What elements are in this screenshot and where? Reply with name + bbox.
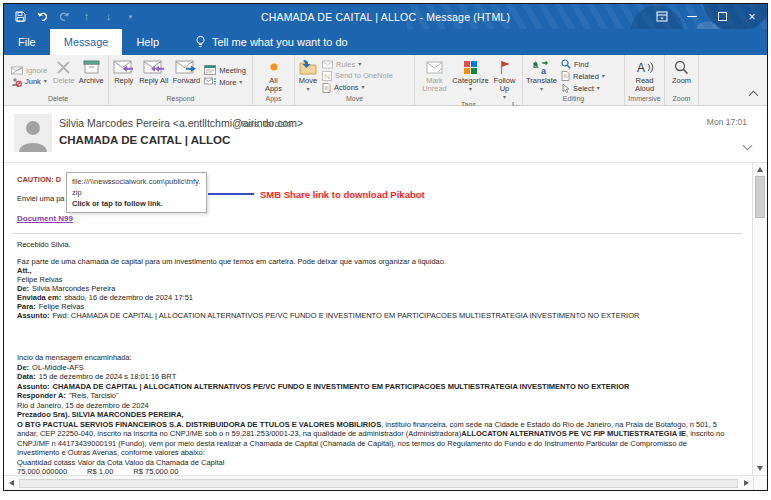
scroll-right-button[interactable]: [739, 476, 753, 490]
ignore-icon: [11, 66, 23, 75]
group-label-immersive: Immersive: [625, 95, 664, 105]
mark-unread-button[interactable]: Mark Unread: [418, 57, 452, 101]
body-line: Enviada em:sbado, 16 de dezembro de 2024…: [17, 293, 728, 302]
horizontal-scrollbar-thumb[interactable]: [19, 479, 738, 488]
redo-button[interactable]: [58, 9, 71, 24]
message-header: Silvia Marcodes Pereira <a.entlltchmi@ai…: [4, 106, 767, 162]
more-icon: [204, 77, 216, 87]
message-body: CAUTION: D Enviei uma pa Document N99 fi…: [4, 163, 752, 475]
tags-dialog-launcher[interactable]: [512, 95, 520, 103]
body-line: Responder A:"Reis, Tarcisio": [17, 391, 728, 401]
divider: [12, 233, 742, 234]
recipient-line[interactable]: Reis, Tarcisio: [241, 119, 291, 129]
save-button[interactable]: [14, 9, 27, 24]
categorize-button[interactable]: Categorize: [452, 57, 490, 101]
legal-paragraph: O BTG PACTUAL SERVIOS FINANCEIROS S.A. D…: [17, 420, 728, 458]
tab-file[interactable]: File: [4, 29, 50, 55]
vertical-scrollbar[interactable]: [752, 163, 767, 475]
svg-text:N: N: [324, 71, 330, 80]
select-icon: [561, 83, 570, 93]
lightbulb-icon: [195, 35, 206, 49]
redo-icon: [58, 11, 71, 22]
reply-all-button[interactable]: Reply All: [137, 57, 171, 95]
annotation-text: SMB Share link to download Pikabot: [260, 189, 425, 200]
delete-button[interactable]: Delete: [51, 57, 77, 95]
junk-icon: [11, 77, 22, 87]
annotation-callout-line: [208, 193, 254, 195]
document-link[interactable]: Document N99: [17, 214, 73, 223]
read-aloud-button[interactable]: A Read Aloud: [630, 57, 660, 95]
body-line: De:Silvia Marcondes Pereira: [17, 284, 728, 293]
capital-call-table-header: Quantidad cotass Valor da Cota Valoo da …: [17, 458, 728, 468]
translate-button[interactable]: aa Translate: [524, 57, 559, 95]
zoom-icon: [674, 58, 689, 76]
translate-icon: aa: [532, 58, 552, 76]
move-button[interactable]: Move: [296, 57, 320, 95]
scroll-down-button[interactable]: [753, 462, 767, 475]
next-item-button[interactable]: ↓: [102, 9, 115, 24]
meeting-button[interactable]: Meeting: [204, 65, 248, 75]
move-icon: [298, 58, 318, 76]
body-text: Recebido Silvia. Faz parte de uma chamad…: [17, 240, 728, 475]
tooltip-hint: Click or tap to follow link.: [72, 198, 201, 209]
junk-button[interactable]: Junk: [11, 77, 49, 87]
reply-button[interactable]: Reply: [111, 57, 137, 95]
actions-icon: [322, 83, 331, 93]
group-tags: Mark Unread Categorize Follow Up Tags: [415, 55, 523, 105]
more-respond-button[interactable]: More: [204, 77, 248, 87]
capital-call-values: 75,000.000000R$ 1.00R$ 75,000.00: [17, 467, 728, 475]
scroll-up-button[interactable]: [753, 163, 767, 176]
body-line: Faz parte de uma chamada de capital para…: [17, 257, 728, 266]
save-icon: [15, 11, 26, 22]
tell-me-label: Tell me what you want to do: [212, 36, 348, 48]
quick-access-toolbar: ↑ ↓ ▾: [4, 9, 137, 24]
right-arrow-icon: [744, 480, 749, 486]
related-button[interactable]: Related: [561, 71, 613, 81]
undo-button[interactable]: [36, 9, 49, 24]
archive-button[interactable]: Archive: [77, 57, 106, 95]
collapse-ribbon-button[interactable]: [749, 91, 759, 101]
minimize-button[interactable]: [677, 4, 707, 29]
qat-customize-button[interactable]: ▾: [124, 9, 137, 24]
forward-button[interactable]: Forward: [171, 57, 203, 95]
all-apps-button[interactable]: All Apps: [260, 57, 288, 95]
reading-pane: CAUTION: D Enviei uma pa Document N99 fi…: [4, 162, 767, 490]
group-label-editing: Editing: [523, 95, 624, 105]
person-icon: [14, 114, 52, 152]
expand-header-chevron-icon[interactable]: [743, 141, 753, 151]
horizontal-scrollbar[interactable]: [4, 475, 767, 490]
body-line: Prezadoo Sra). SILVIA MARCONDES PEREIRA,: [17, 410, 728, 420]
body-line: Felipe Relvas: [17, 275, 728, 284]
vertical-scrollbar-thumb[interactable]: [755, 176, 765, 218]
subject-line: CHAMADA DE CAITAL | ALLOC: [59, 134, 230, 146]
rules-button[interactable]: Rules: [322, 60, 396, 69]
select-button[interactable]: Select: [561, 83, 613, 93]
actions-button[interactable]: Actions: [322, 83, 396, 93]
scroll-left-button[interactable]: [4, 476, 18, 490]
zoom-button[interactable]: Zoom: [670, 57, 693, 95]
reply-all-icon: [143, 58, 165, 76]
find-icon: [561, 59, 571, 69]
find-button[interactable]: Find: [561, 59, 613, 69]
tell-me-box[interactable]: Tell me what you want to do: [195, 29, 348, 55]
group-move: Move Rules N Send to OneNote Actions Mov…: [295, 55, 415, 105]
tab-help[interactable]: Help: [122, 29, 173, 55]
previous-item-button[interactable]: ↑: [80, 9, 93, 24]
archive-icon: [83, 58, 100, 76]
reply-icon: [113, 58, 135, 76]
maximize-icon: [718, 12, 727, 21]
close-button[interactable]: ×: [737, 4, 767, 29]
tab-message[interactable]: Message: [50, 29, 123, 55]
ignore-button[interactable]: Ignore: [11, 66, 49, 75]
body-line: De:OL-Middle-AFS: [17, 363, 728, 373]
maximize-button[interactable]: [707, 4, 737, 29]
received-time: Mon 17:01: [707, 117, 747, 127]
body-line-partial: Enviei uma pa: [17, 194, 65, 203]
ribbon: Ignore Junk Delete Archive Delete: [4, 55, 767, 106]
group-label-zoom: Zoom: [665, 95, 698, 105]
window-controls: ×: [647, 4, 767, 29]
ribbon-display-options-button[interactable]: [647, 4, 677, 29]
body-line: Assunto:CHAMADA DE CAPITAL | ALLOCATION …: [17, 382, 728, 392]
ribbon-tabs: File Message Help Tell me what you want …: [4, 29, 767, 55]
send-to-onenote-button[interactable]: N Send to OneNote: [322, 71, 396, 81]
